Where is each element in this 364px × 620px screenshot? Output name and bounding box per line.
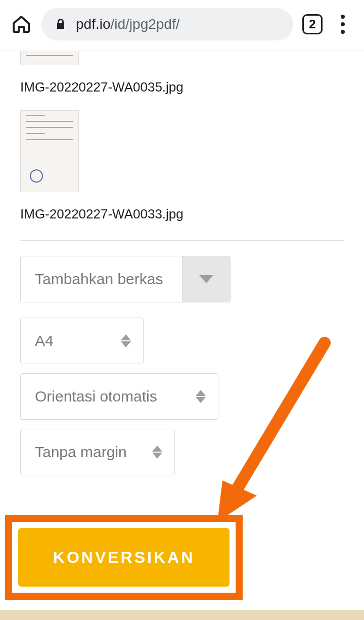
home-icon: [11, 14, 31, 34]
file-thumbnail: [20, 110, 79, 192]
convert-highlight-box: KONVERSIKAN: [5, 515, 243, 600]
url-path: /id/jpg2pdf/: [111, 16, 180, 32]
convert-label: KONVERSIKAN: [53, 548, 195, 567]
select-arrows-icon: [121, 334, 131, 347]
file-name: IMG-20220227-WA0035.jpg: [20, 79, 344, 95]
divider: [20, 240, 344, 241]
page-content: IMG-20220227-WA0035.jpg IMG-20220227-WA0…: [0, 51, 364, 475]
select-arrows-icon: [152, 446, 162, 459]
margin-value: Tanpa margin: [35, 444, 127, 461]
chevron-down-icon: [199, 275, 213, 283]
convert-button[interactable]: KONVERSIKAN: [18, 528, 230, 587]
home-button[interactable]: [10, 13, 32, 35]
dots-icon: [341, 15, 345, 19]
add-file-dropdown-button[interactable]: [182, 256, 231, 302]
tabs-button[interactable]: 2: [302, 14, 323, 34]
page-size-select[interactable]: A4: [20, 318, 144, 364]
browser-toolbar: pdf.io/id/jpg2pdf/ 2: [0, 0, 364, 51]
page-size-value: A4: [35, 332, 54, 349]
add-file-label: Tambahkan berkas: [35, 271, 163, 288]
select-arrows-icon: [196, 390, 206, 403]
lock-icon: [55, 17, 67, 31]
add-file-button[interactable]: Tambahkan berkas: [20, 256, 182, 302]
orientation-select[interactable]: Orientasi otomatis: [20, 373, 218, 420]
url-bar[interactable]: pdf.io/id/jpg2pdf/: [41, 8, 293, 40]
url-domain: pdf.io: [76, 16, 111, 32]
file-thumbnail: [20, 51, 79, 65]
more-menu-button[interactable]: [332, 15, 354, 34]
file-name: IMG-20220227-WA0033.jpg: [20, 206, 344, 222]
file-item[interactable]: IMG-20220227-WA0035.jpg: [20, 51, 344, 95]
orientation-value: Orientasi otomatis: [35, 388, 157, 405]
margin-select[interactable]: Tanpa margin: [20, 429, 175, 475]
file-item[interactable]: IMG-20220227-WA0033.jpg: [20, 110, 344, 222]
bottom-edge: [0, 610, 364, 620]
tab-count: 2: [309, 17, 315, 31]
url-text: pdf.io/id/jpg2pdf/: [76, 16, 180, 32]
